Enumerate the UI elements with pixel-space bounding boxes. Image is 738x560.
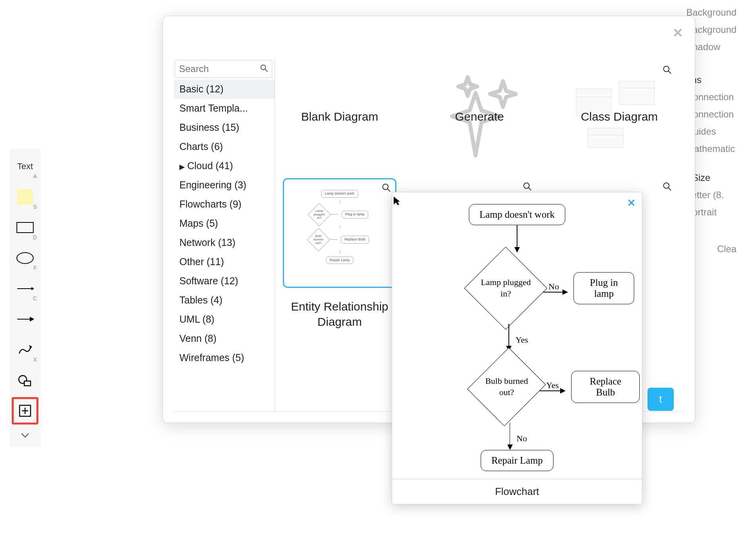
arrow-down-icon [506, 324, 512, 351]
category-list[interactable]: Basic (12) Smart Templa... Business (15)… [174, 79, 275, 411]
shortcut-key: S [33, 204, 37, 210]
category-item-maps[interactable]: Maps (5) [174, 214, 275, 233]
category-label: Cloud (41) [187, 160, 233, 171]
thumb-node: Lamp plugged in? [311, 209, 327, 219]
search-input[interactable] [179, 63, 260, 74]
pencil-icon [17, 343, 33, 356]
shape-tool[interactable] [12, 367, 38, 394]
category-item-basic[interactable]: Basic (12) [174, 79, 275, 99]
ellipse-icon [16, 252, 34, 264]
freehand-tool[interactable]: X [12, 336, 38, 363]
shapes-icon [17, 374, 33, 387]
shortcut-key: C [33, 295, 37, 302]
sticky-note-tool[interactable]: S [12, 183, 38, 211]
category-item-cloud[interactable]: ▶Cloud (41) [174, 156, 275, 175]
rectangle-tool[interactable]: D [12, 214, 38, 241]
template-generate[interactable]: Generate [423, 61, 536, 171]
arrow-right-icon [538, 388, 566, 394]
zoom-icon[interactable] [382, 183, 391, 195]
preview-title: Flowchart [392, 479, 642, 504]
category-item-network[interactable]: Network (13) [174, 233, 275, 252]
svg-line-19 [668, 71, 671, 74]
template-label: Class Diagram [581, 109, 658, 124]
template-label: Blank Diagram [301, 109, 378, 124]
category-item-venn[interactable]: Venn (8) [174, 329, 275, 348]
text-tool[interactable]: Text A [12, 153, 38, 180]
svg-line-25 [668, 188, 671, 190]
category-item-flowcharts[interactable]: Flowcharts (9) [174, 195, 275, 214]
svg-marker-3 [30, 317, 34, 322]
flowchart-thumb: Lamp doesn't work Lamp plugged in? Plug … [297, 190, 383, 276]
toolbar-expand[interactable] [12, 428, 38, 443]
svg-marker-4 [29, 345, 32, 349]
svg-line-21 [387, 189, 390, 191]
svg-marker-1 [31, 287, 34, 290]
svg-point-18 [664, 66, 669, 72]
svg-line-23 [528, 188, 531, 190]
svg-point-10 [261, 65, 266, 70]
thumb-node: Bulb burned out? [311, 234, 326, 244]
plus-box-icon [18, 404, 32, 418]
svg-rect-16 [588, 128, 623, 148]
shape-toolbar: Text A S D F C X [9, 149, 41, 447]
close-icon[interactable]: ✕ [627, 197, 636, 209]
search-icon [260, 64, 268, 74]
svg-point-22 [524, 183, 529, 188]
thumb-node: Repair Lamp [326, 257, 353, 264]
svg-point-20 [383, 184, 388, 190]
arrow-down-icon [514, 225, 520, 253]
zoom-icon[interactable] [663, 65, 671, 77]
template-preview-tooltip: ✕ Lamp doesn't work Lamp plugged in? No … [392, 192, 642, 504]
category-item-engineering[interactable]: Engineering (3) [174, 175, 275, 195]
thumb-node: Lamp doesn't work [321, 190, 358, 198]
svg-rect-14 [619, 81, 655, 105]
zoom-icon[interactable] [663, 182, 671, 194]
rectangle-icon [16, 222, 34, 233]
category-item-other[interactable]: Other (11) [174, 252, 275, 271]
shortcut-key: D [33, 234, 37, 240]
template-flowchart[interactable]: Lamp doesn't work Lamp plugged in? Plug … [283, 178, 396, 288]
search-field-wrap[interactable] [175, 60, 272, 78]
insert-button[interactable]: t [648, 388, 674, 411]
preview-body: Lamp doesn't work Lamp plugged in? No Pl… [392, 192, 642, 479]
svg-line-11 [265, 69, 268, 72]
flow-node-decision: Bulb burned out? [467, 348, 546, 426]
category-item-smart-templates[interactable]: Smart Templa... [174, 99, 275, 118]
line-icon [16, 285, 34, 293]
close-icon[interactable]: ✕ [673, 25, 683, 40]
edge-label: Yes [516, 335, 528, 345]
ellipse-tool[interactable]: F [12, 244, 38, 272]
edge-label: No [517, 434, 527, 444]
category-item-business[interactable]: Business (15) [174, 118, 275, 137]
flow-node-action: Plug in lamp [573, 272, 634, 304]
shortcut-key: F [33, 265, 37, 271]
flow-node-action: Replace Bulb [571, 371, 640, 403]
arrow-tool[interactable] [12, 305, 38, 333]
insert-template-tool[interactable] [12, 397, 38, 425]
template-label: Entity Relationship Diagram [283, 299, 396, 329]
flow-node-end: Repair Lamp [481, 450, 553, 471]
expand-triangle-icon: ▶ [179, 163, 185, 171]
category-item-uml[interactable]: UML (8) [174, 310, 275, 329]
arrow-down-icon [507, 423, 513, 450]
thumb-node: Replace Bulb [341, 236, 369, 244]
arrow-icon [16, 315, 34, 323]
category-item-tables[interactable]: Tables (4) [174, 291, 275, 310]
shortcut-key: A [33, 173, 37, 179]
category-item-software[interactable]: Software (12) [174, 271, 275, 291]
line-tool[interactable]: C [12, 275, 38, 302]
template-blank-diagram[interactable]: Blank Diagram [283, 61, 396, 171]
flow-node-decision: Lamp plugged in? [464, 247, 547, 330]
thumb-node: Plug in lamp [342, 211, 368, 219]
template-label: Generate [455, 109, 504, 124]
category-item-wireframes[interactable]: Wireframes (5) [174, 348, 275, 367]
sticky-note-icon [17, 189, 33, 205]
template-class-diagram[interactable]: Class Diagram [563, 61, 676, 171]
category-sidebar: Basic (12) Smart Templa... Business (15)… [174, 58, 275, 411]
svg-point-24 [664, 183, 669, 188]
flow-node-start: Lamp doesn't work [469, 204, 565, 225]
text-tool-label: Text [17, 161, 33, 172]
category-item-charts[interactable]: Charts (6) [174, 137, 275, 156]
shortcut-key: X [33, 356, 37, 363]
template-erd[interactable]: Entity Relationship Diagram [283, 295, 396, 342]
